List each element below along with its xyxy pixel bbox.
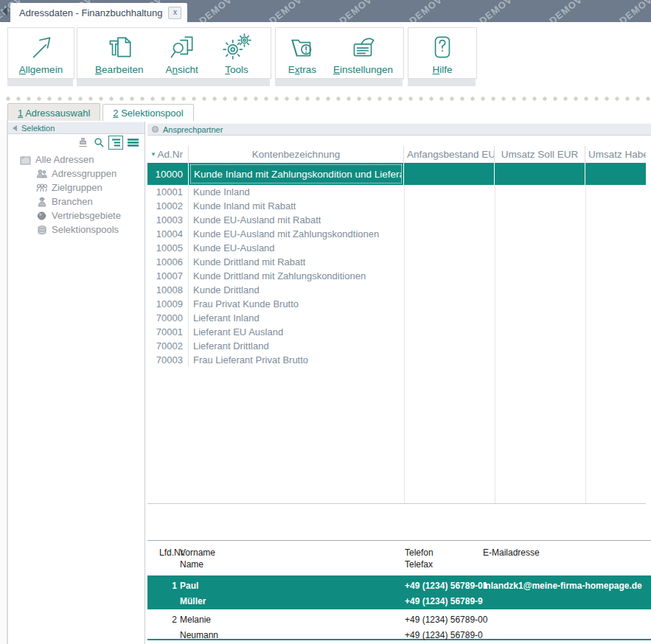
einstellungen-button[interactable]: Einstellungen xyxy=(329,31,397,75)
column-header-umsatz-soll[interactable]: Umsatz Soll EUR xyxy=(495,146,585,163)
ansicht-label: Ansicht xyxy=(166,64,198,75)
table-row[interactable]: 10009Frau Privat Kunde Brutto xyxy=(147,297,646,311)
allgemein-label: Allgemein xyxy=(19,64,63,75)
hilfe-button[interactable]: Hilfe xyxy=(422,31,463,75)
daten-panel: Daten ▼ Ad.Nr Kontenbezeichnung Anfangsb… xyxy=(147,122,651,644)
cell-adnr: 10008 xyxy=(147,283,189,297)
toolbar-group-allgemein: Allgemein xyxy=(7,27,74,79)
left-rail xyxy=(0,120,7,644)
column-header-kontenbezeichnung[interactable]: Kontenbezeichnung xyxy=(189,146,404,163)
bearbeiten-label: Bearbeiten xyxy=(95,64,143,75)
globe-icon xyxy=(36,211,48,221)
table-row[interactable]: 10008Kunde Drittland xyxy=(147,283,646,297)
bearbeiten-button[interactable]: Bearbeiten xyxy=(91,31,147,75)
selektion-panel: Selektion xyxy=(7,122,145,644)
einstellungen-label: Einstellungen xyxy=(333,64,393,75)
tree-item-label: Selektionspools xyxy=(52,224,119,235)
contact-email: inlandzk1@meine-firma-homepage.de xyxy=(483,581,642,591)
selektion-panel-header: Selektion xyxy=(8,122,145,134)
main-toolbar: Allgemein Bearbeiten Ansicht xyxy=(0,22,651,94)
ansprechpartner-table-header: Lfd.Nr. Vorname Name Telefon Telefax E-M… xyxy=(147,540,651,575)
edit-document-icon xyxy=(103,32,136,63)
contact-nr: 2 xyxy=(147,615,177,625)
cell-adnr: 10000 xyxy=(147,163,189,185)
cell-adnr: 70001 xyxy=(147,325,189,339)
tools-label: Tools xyxy=(225,64,248,75)
tree-item-adressgruppen[interactable]: Adressgruppen xyxy=(8,167,145,181)
cell-kontenbezeichnung: Kunde Inland xyxy=(189,185,250,199)
cell-adnr: 10001 xyxy=(147,185,189,199)
ansprechpartner-table: Lfd.Nr. Vorname Name Telefon Telefax E-M… xyxy=(147,540,651,640)
table-row[interactable]: 10006Kunde Drittland mit Rabatt xyxy=(147,255,646,269)
cell-adnr: 10004 xyxy=(147,227,189,241)
table-row[interactable]: 10001Kunde Inland xyxy=(147,185,646,199)
table-row[interactable]: 10005Kunde EU-Ausland xyxy=(147,241,646,255)
tree-item-selektionspools[interactable]: Selektionspools xyxy=(8,223,145,237)
panel-collapse-icon[interactable] xyxy=(13,125,17,131)
cell-kontenbezeichnung: Lieferant EU Ausland xyxy=(189,325,283,339)
ansprechpartner-panel-title: Ansprechpartner xyxy=(163,125,223,134)
tab-adressauswahl[interactable]: 1 Adressauswahl xyxy=(7,103,100,121)
table-row[interactable]: 10004Kunde EU-Ausland mit Zahlungskondti… xyxy=(147,227,646,241)
table-row[interactable]: 10007Kunde Drittland mit Zahlungskonditi… xyxy=(147,269,646,283)
cell-adnr: 10007 xyxy=(147,269,189,283)
close-icon[interactable]: x xyxy=(168,7,181,19)
column-header-label: Umsatz Soll EUR xyxy=(501,149,578,160)
cell-kontenbezeichnung: Kunde EU-Ausland xyxy=(189,241,275,255)
contact-telefon: +49 (1234) 56789-01 xyxy=(405,581,487,591)
header-email: E-Mailadresse xyxy=(483,547,540,558)
contact-name: Müller xyxy=(180,596,206,606)
cell-kontenbezeichnung[interactable]: Kunde Inland mit Zahlungskondition und L… xyxy=(189,163,404,185)
table-row[interactable]: 10002Kunde Inland mit Rabatt xyxy=(147,199,646,213)
cell-adnr: 10006 xyxy=(147,255,189,269)
contact-row[interactable]: 2 Melanie Neumann +49 (1234) 56789-00 +4… xyxy=(147,609,651,639)
header-name: Name xyxy=(180,559,203,570)
extras-button[interactable]: Extras xyxy=(282,31,323,75)
tree-item-vertriebsgebiete[interactable]: Vertriebsgebiete xyxy=(8,209,145,223)
ansicht-button[interactable]: Ansicht xyxy=(161,31,203,75)
folder-alert-icon xyxy=(286,32,318,63)
tools-button[interactable]: Tools xyxy=(216,31,257,75)
cell-kontenbezeichnung: Kunde EU-Ausland mit Zahlungskondtionen xyxy=(189,227,379,241)
allgemein-button[interactable]: Allgemein xyxy=(15,31,67,75)
tree-item-branchen[interactable]: Branchen xyxy=(8,195,145,209)
tab-selektionspool[interactable]: 2 Selektionspool xyxy=(102,104,193,121)
table-row[interactable]: 70003Frau Lieferant Privat Brutto xyxy=(147,353,646,367)
contact-name: Neumann xyxy=(180,630,218,640)
table-row[interactable]: 70002Lieferant Drittland xyxy=(147,339,646,353)
tree-item-alle-adressen[interactable]: Alle Adressen xyxy=(8,153,145,167)
tree-item-zielgruppen[interactable]: Zielgruppen xyxy=(8,181,145,195)
collapse-left-icon[interactable] xyxy=(2,7,7,15)
cell-adnr: 70003 xyxy=(147,353,189,367)
table-row[interactable]: 10003Kunde EU-Ausland mit Rabatt xyxy=(147,213,646,227)
cell-kontenbezeichnung: Frau Lieferant Privat Brutto xyxy=(189,353,308,367)
page-tabs: 1 Adressauswahl 2 Selektionspool xyxy=(7,103,196,121)
document-tab[interactable]: Adressdaten - Finanzbuchhaltung x xyxy=(10,3,187,22)
daten-table: ▼ Ad.Nr Kontenbezeichnung Anfangsbestand… xyxy=(147,146,646,164)
table-row[interactable]: 70001Lieferant EU Ausland xyxy=(147,325,646,339)
column-header-adnr[interactable]: ▼ Ad.Nr xyxy=(147,146,189,163)
search-icon[interactable] xyxy=(92,136,105,149)
tree-view-icon[interactable] xyxy=(108,136,123,150)
list-view-icon[interactable] xyxy=(126,136,139,149)
cell-adnr: 70002 xyxy=(147,339,189,353)
contact-row-selected[interactable]: 1 Paul Müller +49 (1234) 56789-01 +49 (1… xyxy=(147,575,651,609)
document-tab-title: Adressdaten - Finanzbuchhaltung xyxy=(19,7,162,18)
table-row-selected[interactable]: 10000 Kunde Inland mit Zahlungskondition… xyxy=(147,163,646,185)
contact-nr: 1 xyxy=(147,581,177,591)
dotted-separator xyxy=(0,94,651,101)
watermark: DEMOVERSION xyxy=(267,0,337,22)
stamp-icon[interactable] xyxy=(76,136,89,149)
selektion-tree: Alle Adressen Adressgruppen Zielgruppen … xyxy=(8,150,145,237)
group-icon xyxy=(36,183,48,193)
tree-item-label: Vertriebsgebiete xyxy=(52,210,121,221)
header-telefon: Telefon xyxy=(405,547,434,558)
table-row[interactable]: 70000Lieferant Inland xyxy=(147,311,646,325)
column-header-anfangsbestand[interactable]: Anfangsbestand EU xyxy=(404,146,495,163)
cell-adnr: 70000 xyxy=(147,311,189,325)
tree-item-label: Adressgruppen xyxy=(52,168,116,179)
extras-label: Extras xyxy=(288,64,316,75)
column-header-umsatz-haben[interactable]: Umsatz Haber xyxy=(585,146,646,163)
cell-focus-box: Kunde Inland mit Zahlungskondition und L… xyxy=(190,164,402,183)
database-icon xyxy=(36,225,48,235)
